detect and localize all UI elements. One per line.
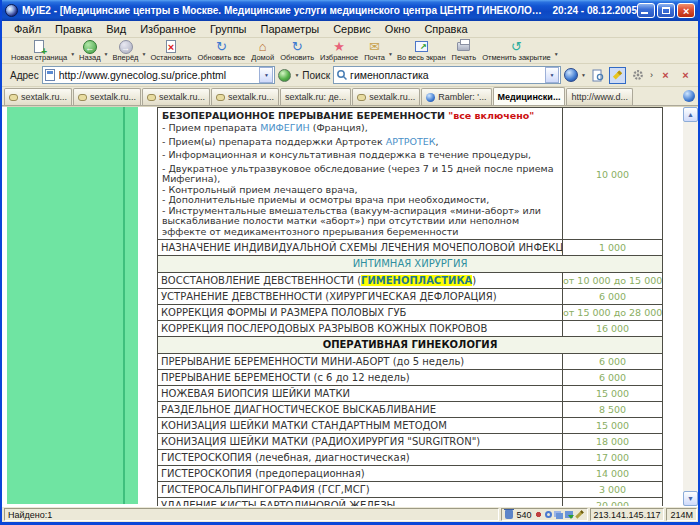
toolbar-dropdown-icon[interactable]: ▼ [388,51,393,57]
price-row: УСТРАНЕНИЕ ДЕВСТВЕННОСТИ (ХИРУРГИЧЕСКАЯ … [158,289,662,305]
toolbar-fullscreen-button[interactable]: ↗Во весь экран [394,39,449,64]
menu-item-7[interactable]: Окно [379,22,417,36]
inline-link[interactable]: АРТРОТЕК [386,136,436,147]
toolbar-dropdown-icon[interactable]: ▼ [142,51,147,57]
toolbar-back-button[interactable]: ←Назад [76,39,104,64]
address-combo: ▼ [42,66,276,84]
restore-button[interactable] [657,3,675,18]
highlight-icon[interactable] [609,67,626,84]
chevron-right-icon[interactable]: › [649,70,654,80]
service-name: ПРЕРЫВАНИЕ БЕРЕМЕННОСТИ МИНИ-АБОРТ (до 5… [158,354,562,369]
close-button[interactable]: × [677,3,695,18]
search-highlight[interactable]: ГИМЕНОПЛАСТИКА [361,275,472,286]
undo-close-icon: ↺ [511,39,522,54]
vertical-scrollbar[interactable]: ▲ ▼ [683,107,698,506]
trash-icon[interactable] [505,510,513,519]
tab-8[interactable]: http://www.d... [566,88,633,105]
section-row: ИНТИМНАЯ ХИРУРГИЯ [158,256,662,273]
page-left-sidebar [7,107,138,504]
service-price: 18 000 [562,434,662,449]
inline-link[interactable]: МИФЕГИН [260,122,310,133]
menu-item-4[interactable]: Группы [204,22,253,36]
service-name: КОРРЕКЦИЯ ФОРМЫ И РАЗМЕРА ПОЛОВЫХ ГУБ [158,305,562,320]
chat-bubble-icon [357,94,366,101]
proxy-icon[interactable] [545,511,552,518]
service-name: НАЗНАЧЕНИЕ ИНДИВИДУАЛЬНОЙ СХЕМЫ ЛЕЧЕНИЯ … [158,240,562,255]
tab-1[interactable]: sextalk.ru... [73,88,141,105]
toolbar-forward-button[interactable]: →Вперёд [110,39,142,64]
toolbar-undo-close-button[interactable]: ↺Отменить закрытие [479,39,554,64]
price-row: УДАЛЕНИЕ КИСТЫ БАРТОЛИНОВОЙ ЖЕЛЕЗЫ20 000 [158,498,662,506]
toolbar-button-label: Вперёд [113,54,139,62]
tab-label: sextalk.ru... [369,92,415,102]
toolbar-stop-button[interactable]: ×Остановить [147,39,194,64]
address-label: Адрес [10,70,39,81]
tab-3[interactable]: sextalk.ru... [211,88,279,105]
flag-icon[interactable] [534,510,543,519]
tab-2[interactable]: sextalk.ru... [142,88,210,105]
go-dropdown-icon[interactable]: ▼ [294,72,299,78]
tab-7[interactable]: Медицински... [493,87,566,105]
toolbar-new-page-button[interactable]: +Новая страница [8,39,70,64]
service-price: 17 000 [562,450,662,465]
windows-icon[interactable] [556,513,563,519]
menu-item-2[interactable]: Вид [100,22,132,36]
scroll-up-icon[interactable]: ▲ [683,107,698,122]
address-input[interactable] [57,69,260,81]
refresh-all-icon: ↻ [216,39,227,54]
toolbar-home-button[interactable]: ⌂Домой [248,39,277,64]
find-on-page-icon[interactable] [589,67,606,84]
close-search-icon[interactable]: × [657,67,674,84]
search-dropdown-icon[interactable]: ▼ [545,67,559,83]
included-line: - Инструментальные вмешательства (вакуум… [162,206,558,238]
toolbar-mail-button[interactable]: ✉Почта [361,39,388,64]
forward-icon: → [119,39,133,54]
menu-item-6[interactable]: Сервис [327,22,377,36]
tab-label: Rambler: '... [438,92,486,102]
price-row: НОЖЕВАЯ БИОПСИЯ ШЕЙКИ МАТКИ15 000 [158,386,662,402]
toolbar-dropdown-icon[interactable]: ▼ [554,51,559,57]
toolbar-button-label: Домой [251,54,274,62]
scroll-down-icon[interactable]: ▼ [683,491,698,506]
price-row: КОНИЗАЦИЯ ШЕЙКИ МАТКИ (РАДИОХИРУРГИЯ "SU… [158,434,662,450]
toolbar-favorites-button[interactable]: ★Избранное [317,39,361,64]
go-button[interactable] [278,69,291,82]
price-table: БЕЗОПЕРАЦИОННОЕ ПРЕРЫВАНИЕ БЕРЕМЕННОСТИ … [157,107,663,506]
favorites-icon: ★ [333,39,345,54]
toolbar-refresh-button[interactable]: ↻Обновить [277,39,317,64]
service-price: 15 000 [562,386,662,401]
address-bar: Адрес ▼ ▼ Поиск ▼ ▼ › × × [2,64,698,87]
tab-label: sextalk.ru... [21,92,67,102]
search-engine-globe-icon[interactable] [564,68,578,82]
app-icon [5,4,18,17]
menu-item-0[interactable]: Файл [8,22,47,36]
tab-6[interactable]: Rambler: '... [421,88,491,105]
toolbar-button-label: Обновить [280,54,314,62]
gear-icon[interactable] [629,67,646,84]
menu-item-3[interactable]: Избранное [134,22,202,36]
menu-item-8[interactable]: Справка [418,22,473,36]
toolbar-refresh-all-button[interactable]: ↻Обновить все [194,39,248,64]
minimize-button[interactable] [637,3,655,18]
toolbar-dropdown-icon[interactable]: ▼ [70,51,75,57]
included-line: - Прием препарата МИФЕГИН (Франция), [162,123,558,134]
tab-0[interactable]: sextalk.ru... [4,88,72,105]
tab-label: sextalk.ru... [228,92,274,102]
search-engine-dropdown-icon[interactable]: ▼ [581,72,586,78]
tab-5[interactable]: sextalk.ru... [352,88,420,105]
download-window-icon[interactable] [565,511,573,518]
menu-item-5[interactable]: Параметры [255,22,326,36]
page-icon [45,69,55,81]
search-input[interactable] [348,69,545,81]
close-highlight-icon[interactable]: × [677,67,694,84]
toolbar-dropdown-icon[interactable]: ▼ [104,51,109,57]
tab-4[interactable]: sextalk.ru: де... [280,88,351,105]
section-row: ОПЕРАТИВНАЯ ГИНЕКОЛОГИЯ [158,337,662,354]
toolbar-print-button[interactable]: Печать [449,39,480,64]
tabbar-globe-icon[interactable] [683,90,695,102]
address-dropdown-icon[interactable]: ▼ [259,67,273,83]
tab-label: sextalk.ru... [159,92,205,102]
menu-item-1[interactable]: Правка [49,22,98,36]
edit-icon[interactable] [575,510,583,518]
print-icon [457,39,470,54]
